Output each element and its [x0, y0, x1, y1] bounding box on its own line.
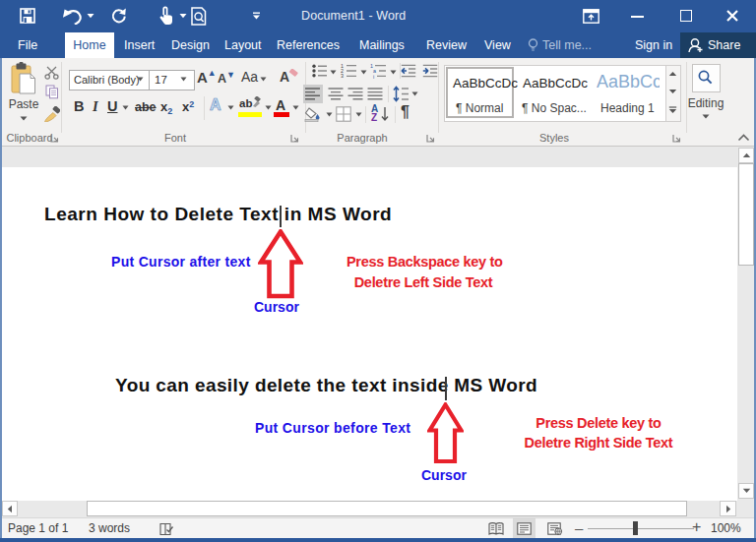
- svg-text:i: i: [373, 74, 374, 79]
- svg-text:3: 3: [341, 73, 344, 79]
